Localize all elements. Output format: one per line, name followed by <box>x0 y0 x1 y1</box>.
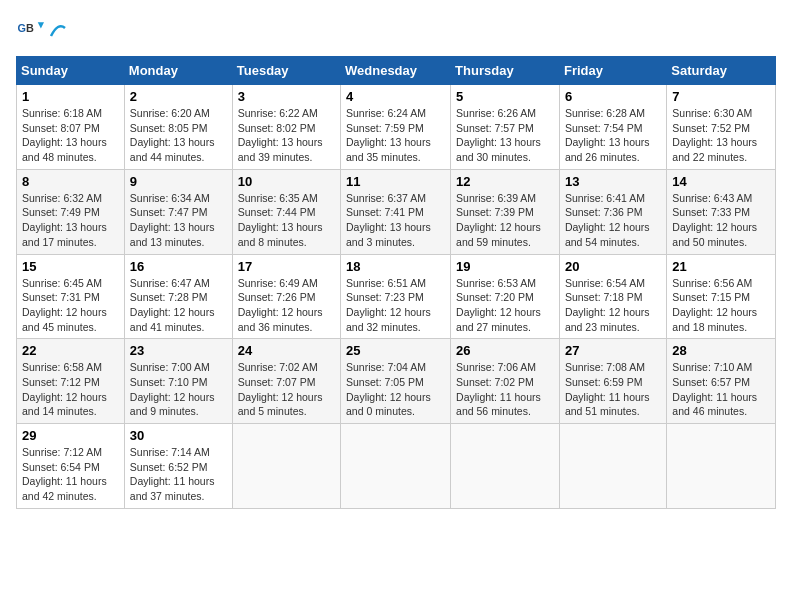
day-number: 22 <box>22 343 119 358</box>
calendar-cell: 3 Sunrise: 6:22 AM Sunset: 8:02 PM Dayli… <box>232 85 340 170</box>
col-header-tuesday: Tuesday <box>232 57 340 85</box>
day-number: 9 <box>130 174 227 189</box>
day-number: 2 <box>130 89 227 104</box>
day-number: 4 <box>346 89 445 104</box>
cell-info: Sunrise: 7:02 AM Sunset: 7:07 PM Dayligh… <box>238 360 335 419</box>
calendar-cell: 5 Sunrise: 6:26 AM Sunset: 7:57 PM Dayli… <box>451 85 560 170</box>
day-number: 21 <box>672 259 770 274</box>
day-number: 1 <box>22 89 119 104</box>
cell-info: Sunrise: 6:37 AM Sunset: 7:41 PM Dayligh… <box>346 191 445 250</box>
calendar-cell <box>559 424 666 509</box>
calendar-cell <box>341 424 451 509</box>
day-number: 16 <box>130 259 227 274</box>
day-number: 6 <box>565 89 661 104</box>
calendar-cell: 28 Sunrise: 7:10 AM Sunset: 6:57 PM Dayl… <box>667 339 776 424</box>
calendar-cell: 30 Sunrise: 7:14 AM Sunset: 6:52 PM Dayl… <box>124 424 232 509</box>
cell-info: Sunrise: 6:45 AM Sunset: 7:31 PM Dayligh… <box>22 276 119 335</box>
day-number: 8 <box>22 174 119 189</box>
cell-info: Sunrise: 6:35 AM Sunset: 7:44 PM Dayligh… <box>238 191 335 250</box>
logo-icon: G B <box>16 16 44 44</box>
calendar-cell: 11 Sunrise: 6:37 AM Sunset: 7:41 PM Dayl… <box>341 169 451 254</box>
svg-text:B: B <box>26 22 34 34</box>
cell-info: Sunrise: 6:26 AM Sunset: 7:57 PM Dayligh… <box>456 106 554 165</box>
calendar-week-1: 1 Sunrise: 6:18 AM Sunset: 8:07 PM Dayli… <box>17 85 776 170</box>
day-number: 15 <box>22 259 119 274</box>
svg-marker-2 <box>38 22 44 28</box>
page-header: G B <box>16 16 776 44</box>
day-number: 25 <box>346 343 445 358</box>
cell-info: Sunrise: 6:51 AM Sunset: 7:23 PM Dayligh… <box>346 276 445 335</box>
cell-info: Sunrise: 7:12 AM Sunset: 6:54 PM Dayligh… <box>22 445 119 504</box>
calendar-cell: 18 Sunrise: 6:51 AM Sunset: 7:23 PM Dayl… <box>341 254 451 339</box>
calendar-week-4: 22 Sunrise: 6:58 AM Sunset: 7:12 PM Dayl… <box>17 339 776 424</box>
day-number: 12 <box>456 174 554 189</box>
day-number: 29 <box>22 428 119 443</box>
day-number: 10 <box>238 174 335 189</box>
day-number: 26 <box>456 343 554 358</box>
cell-info: Sunrise: 6:39 AM Sunset: 7:39 PM Dayligh… <box>456 191 554 250</box>
calendar-week-5: 29 Sunrise: 7:12 AM Sunset: 6:54 PM Dayl… <box>17 424 776 509</box>
calendar-cell: 8 Sunrise: 6:32 AM Sunset: 7:49 PM Dayli… <box>17 169 125 254</box>
day-number: 19 <box>456 259 554 274</box>
col-header-thursday: Thursday <box>451 57 560 85</box>
cell-info: Sunrise: 6:53 AM Sunset: 7:20 PM Dayligh… <box>456 276 554 335</box>
cell-info: Sunrise: 7:10 AM Sunset: 6:57 PM Dayligh… <box>672 360 770 419</box>
cell-info: Sunrise: 6:56 AM Sunset: 7:15 PM Dayligh… <box>672 276 770 335</box>
day-number: 5 <box>456 89 554 104</box>
calendar-week-2: 8 Sunrise: 6:32 AM Sunset: 7:49 PM Dayli… <box>17 169 776 254</box>
col-header-sunday: Sunday <box>17 57 125 85</box>
cell-info: Sunrise: 6:34 AM Sunset: 7:47 PM Dayligh… <box>130 191 227 250</box>
calendar-cell: 4 Sunrise: 6:24 AM Sunset: 7:59 PM Dayli… <box>341 85 451 170</box>
calendar-cell: 14 Sunrise: 6:43 AM Sunset: 7:33 PM Dayl… <box>667 169 776 254</box>
day-number: 11 <box>346 174 445 189</box>
calendar-cell: 16 Sunrise: 6:47 AM Sunset: 7:28 PM Dayl… <box>124 254 232 339</box>
calendar-cell: 6 Sunrise: 6:28 AM Sunset: 7:54 PM Dayli… <box>559 85 666 170</box>
cell-info: Sunrise: 6:32 AM Sunset: 7:49 PM Dayligh… <box>22 191 119 250</box>
calendar-cell: 1 Sunrise: 6:18 AM Sunset: 8:07 PM Dayli… <box>17 85 125 170</box>
calendar-cell <box>451 424 560 509</box>
calendar-cell: 12 Sunrise: 6:39 AM Sunset: 7:39 PM Dayl… <box>451 169 560 254</box>
cell-info: Sunrise: 6:28 AM Sunset: 7:54 PM Dayligh… <box>565 106 661 165</box>
day-number: 24 <box>238 343 335 358</box>
day-number: 13 <box>565 174 661 189</box>
cell-info: Sunrise: 7:14 AM Sunset: 6:52 PM Dayligh… <box>130 445 227 504</box>
calendar-cell: 17 Sunrise: 6:49 AM Sunset: 7:26 PM Dayl… <box>232 254 340 339</box>
day-number: 23 <box>130 343 227 358</box>
cell-info: Sunrise: 6:24 AM Sunset: 7:59 PM Dayligh… <box>346 106 445 165</box>
day-number: 28 <box>672 343 770 358</box>
col-header-monday: Monday <box>124 57 232 85</box>
logo: G B <box>16 16 68 44</box>
calendar-cell: 29 Sunrise: 7:12 AM Sunset: 6:54 PM Dayl… <box>17 424 125 509</box>
cell-info: Sunrise: 6:41 AM Sunset: 7:36 PM Dayligh… <box>565 191 661 250</box>
calendar-cell <box>667 424 776 509</box>
cell-info: Sunrise: 6:20 AM Sunset: 8:05 PM Dayligh… <box>130 106 227 165</box>
calendar-cell: 9 Sunrise: 6:34 AM Sunset: 7:47 PM Dayli… <box>124 169 232 254</box>
calendar-cell: 21 Sunrise: 6:56 AM Sunset: 7:15 PM Dayl… <box>667 254 776 339</box>
cell-info: Sunrise: 6:49 AM Sunset: 7:26 PM Dayligh… <box>238 276 335 335</box>
cell-info: Sunrise: 7:04 AM Sunset: 7:05 PM Dayligh… <box>346 360 445 419</box>
calendar-cell: 19 Sunrise: 6:53 AM Sunset: 7:20 PM Dayl… <box>451 254 560 339</box>
calendar-cell: 26 Sunrise: 7:06 AM Sunset: 7:02 PM Dayl… <box>451 339 560 424</box>
cell-info: Sunrise: 6:47 AM Sunset: 7:28 PM Dayligh… <box>130 276 227 335</box>
day-number: 20 <box>565 259 661 274</box>
calendar-cell: 22 Sunrise: 6:58 AM Sunset: 7:12 PM Dayl… <box>17 339 125 424</box>
calendar-week-3: 15 Sunrise: 6:45 AM Sunset: 7:31 PM Dayl… <box>17 254 776 339</box>
calendar-table: SundayMondayTuesdayWednesdayThursdayFrid… <box>16 56 776 509</box>
calendar-cell: 13 Sunrise: 6:41 AM Sunset: 7:36 PM Dayl… <box>559 169 666 254</box>
day-number: 27 <box>565 343 661 358</box>
col-header-wednesday: Wednesday <box>341 57 451 85</box>
cell-info: Sunrise: 6:22 AM Sunset: 8:02 PM Dayligh… <box>238 106 335 165</box>
calendar-cell: 20 Sunrise: 6:54 AM Sunset: 7:18 PM Dayl… <box>559 254 666 339</box>
day-number: 17 <box>238 259 335 274</box>
cell-info: Sunrise: 6:58 AM Sunset: 7:12 PM Dayligh… <box>22 360 119 419</box>
day-number: 14 <box>672 174 770 189</box>
calendar-cell: 27 Sunrise: 7:08 AM Sunset: 6:59 PM Dayl… <box>559 339 666 424</box>
col-header-saturday: Saturday <box>667 57 776 85</box>
day-number: 18 <box>346 259 445 274</box>
calendar-cell: 10 Sunrise: 6:35 AM Sunset: 7:44 PM Dayl… <box>232 169 340 254</box>
calendar-cell <box>232 424 340 509</box>
day-number: 7 <box>672 89 770 104</box>
cell-info: Sunrise: 6:43 AM Sunset: 7:33 PM Dayligh… <box>672 191 770 250</box>
logo-swoosh <box>49 24 67 38</box>
col-header-friday: Friday <box>559 57 666 85</box>
